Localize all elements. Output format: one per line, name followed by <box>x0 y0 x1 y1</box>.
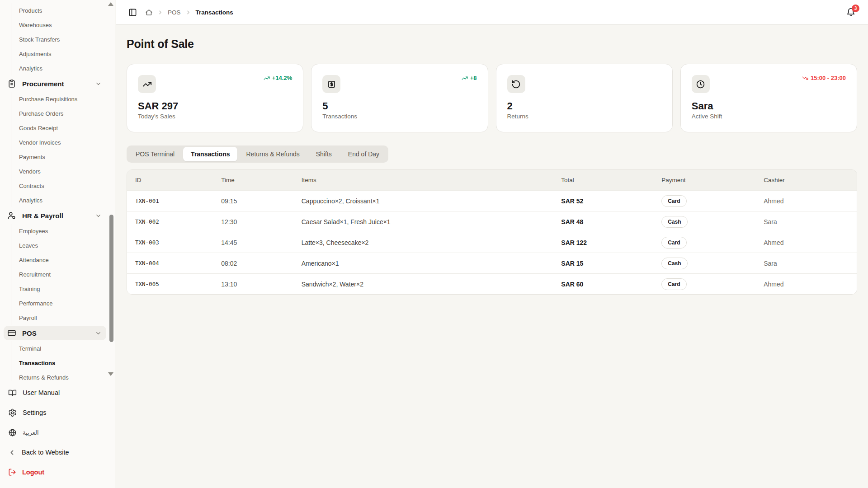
sidebar-item-analytics-procurement[interactable]: Analytics <box>11 193 115 207</box>
sidebar-section-hr-payroll[interactable]: HR & Payroll <box>4 208 106 223</box>
cell-items: Sandwich×2, Water×2 <box>302 281 561 288</box>
sidebar-nav: Products Warehouses Stock Transfers Adju… <box>0 0 115 381</box>
stat-card-returns: 2 Returns <box>496 64 673 132</box>
trending-up-icon <box>462 75 468 81</box>
sidebar-item-contracts[interactable]: Contracts <box>11 178 115 193</box>
tab-transactions[interactable]: Transactions <box>183 147 237 161</box>
sidebar-item-purchase-orders[interactable]: Purchase Orders <box>11 106 115 121</box>
trending-up-icon <box>138 75 156 93</box>
sidebar-item-training[interactable]: Training <box>11 282 115 296</box>
cell-id: TXN-001 <box>127 197 221 204</box>
cell-total: SAR 60 <box>561 281 661 288</box>
stat-value: 5 <box>322 101 476 112</box>
language-switcher[interactable]: العربية <box>8 422 107 442</box>
hr-group-items: Employees Leaves Attendance Recruitment … <box>11 224 115 325</box>
rotate-ccw-icon <box>507 75 525 93</box>
tab-pos-terminal[interactable]: POS Terminal <box>128 147 182 161</box>
cell-time: 12:30 <box>221 218 302 225</box>
cell-payment: Cash <box>661 258 764 269</box>
inventory-group-items: Products Warehouses Stock Transfers Adju… <box>11 3 115 75</box>
receipt-icon <box>322 75 340 93</box>
cell-payment: Card <box>661 278 764 290</box>
notifications-button[interactable]: 3 <box>846 8 855 17</box>
back-to-website-link[interactable]: Back to Website <box>8 442 107 462</box>
sidebar-item-vendors[interactable]: Vendors <box>11 164 115 178</box>
sidebar-item-returns-refunds[interactable]: Returns & Refunds <box>11 370 115 381</box>
cell-time: 09:15 <box>221 197 302 205</box>
chevron-left-icon <box>8 449 16 456</box>
language-label: العربية <box>23 429 39 436</box>
sidebar-item-employees[interactable]: Employees <box>11 224 115 238</box>
gear-icon <box>8 408 17 417</box>
sidebar-item-recruitment[interactable]: Recruitment <box>11 267 115 282</box>
sidebar-item-transactions[interactable]: Transactions <box>11 356 115 370</box>
shift-hours: 15:00 - 23:00 <box>802 75 846 81</box>
transactions-table: ID Time Items Total Payment Cashier TXN-… <box>127 169 857 295</box>
sidebar-toggle-icon[interactable] <box>128 8 137 17</box>
chevron-down-icon <box>95 80 102 87</box>
cell-items: Latte×3, Cheesecake×2 <box>302 239 561 246</box>
tab-returns-refunds[interactable]: Returns & Refunds <box>238 147 307 161</box>
sidebar-item-payroll[interactable]: Payroll <box>11 310 115 325</box>
sidebar-item-adjustments[interactable]: Adjustments <box>11 47 115 61</box>
sidebar-item-leaves[interactable]: Leaves <box>11 238 115 253</box>
clock-icon <box>692 75 710 93</box>
breadcrumb-pos[interactable]: POS <box>168 9 181 16</box>
scrollbar-thumb[interactable] <box>109 215 113 342</box>
cell-total: SAR 52 <box>561 197 661 205</box>
scrollbar-down-arrow[interactable] <box>108 372 113 376</box>
cell-items: Cappuccino×2, Croissant×1 <box>302 197 561 205</box>
scrollbar-up-arrow[interactable] <box>108 2 113 6</box>
main-content: Point of Sale +14.2% SAR 297 Today's Sal… <box>116 25 868 488</box>
sidebar-item-terminal[interactable]: Terminal <box>11 341 115 356</box>
sidebar-item-goods-receipt[interactable]: Goods Receipt <box>11 121 115 135</box>
delta-value: 15:00 - 23:00 <box>811 75 846 81</box>
column-header-time: Time <box>221 177 302 183</box>
globe-icon <box>8 428 17 437</box>
tab-shifts[interactable]: Shifts <box>308 147 340 161</box>
table-row[interactable]: TXN-004 08:02 Americano×1 SAR 15 Cash Sa… <box>127 253 857 273</box>
breadcrumb-current: Transactions <box>196 9 233 16</box>
user-manual-label: User Manual <box>23 389 60 396</box>
cell-payment: Card <box>661 237 764 249</box>
sidebar-item-performance[interactable]: Performance <box>11 296 115 310</box>
tab-end-of-day[interactable]: End of Day <box>340 147 387 161</box>
cell-items: Caesar Salad×1, Fresh Juice×1 <box>302 218 561 225</box>
cell-cashier: Sara <box>764 218 857 225</box>
sales-delta: +14.2% <box>264 75 292 81</box>
sidebar-item-products[interactable]: Products <box>11 3 115 18</box>
table-row[interactable]: TXN-003 14:45 Latte×3, Cheesecake×2 SAR … <box>127 232 857 253</box>
cell-time: 14:45 <box>221 239 302 246</box>
cell-cashier: Ahmed <box>764 281 857 288</box>
sidebar-item-vendor-invoices[interactable]: Vendor Invoices <box>11 135 115 150</box>
sidebar-section-pos[interactable]: POS <box>4 326 106 340</box>
settings-link[interactable]: Settings <box>8 403 107 422</box>
back-to-website-label: Back to Website <box>22 449 69 456</box>
sidebar-section-procurement[interactable]: Procurement <box>4 76 106 91</box>
clipboard-icon <box>7 79 16 88</box>
home-icon[interactable] <box>145 9 153 16</box>
chevron-right-icon <box>185 9 191 15</box>
sidebar-item-purchase-requisitions[interactable]: Purchase Requisitions <box>11 92 115 106</box>
sidebar-item-payments[interactable]: Payments <box>11 150 115 164</box>
sidebar-item-warehouses[interactable]: Warehouses <box>11 18 115 32</box>
trending-down-icon <box>802 75 808 81</box>
user-manual-link[interactable]: User Manual <box>8 383 107 403</box>
sidebar-item-attendance[interactable]: Attendance <box>11 253 115 267</box>
sidebar-item-stock-transfers[interactable]: Stock Transfers <box>11 32 115 47</box>
stat-value: SAR 297 <box>138 101 292 112</box>
table-row[interactable]: TXN-005 13:10 Sandwich×2, Water×2 SAR 60… <box>127 273 857 294</box>
procurement-group-items: Purchase Requisitions Purchase Orders Go… <box>11 92 115 207</box>
users-icon <box>7 211 16 220</box>
cell-total: SAR 15 <box>561 260 661 267</box>
cell-id: TXN-004 <box>127 260 221 267</box>
column-header-payment: Payment <box>661 177 764 183</box>
table-row[interactable]: TXN-001 09:15 Cappuccino×2, Croissant×1 … <box>127 190 857 211</box>
settings-label: Settings <box>23 409 46 416</box>
stat-card-active-shift: 15:00 - 23:00 Sara Active Shift <box>680 64 857 132</box>
cell-cashier: Ahmed <box>764 239 857 246</box>
table-row[interactable]: TXN-002 12:30 Caesar Salad×1, Fresh Juic… <box>127 211 857 232</box>
credit-card-icon <box>7 328 16 338</box>
sidebar-item-analytics-inventory[interactable]: Analytics <box>11 61 115 75</box>
logout-button[interactable]: Logout <box>8 462 107 482</box>
